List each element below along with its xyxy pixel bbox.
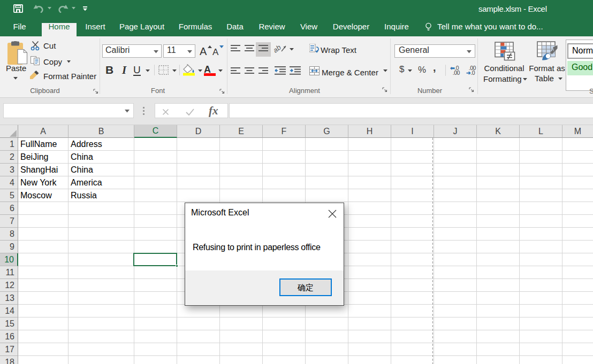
svg-text:ab: ab bbox=[274, 43, 283, 55]
